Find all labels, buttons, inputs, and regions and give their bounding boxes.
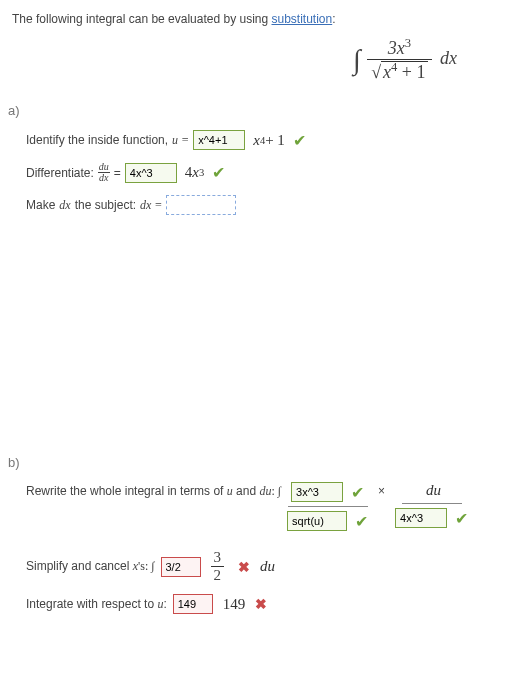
check-icon: ✔ [293, 131, 306, 150]
render-frac: 3 2 [211, 549, 225, 584]
line-integrate: Integrate with respect to u: 149 ✖ [26, 594, 517, 614]
substitution-link[interactable]: substitution [272, 12, 333, 26]
line-rewrite: Rewrite the whole integral in terms of u… [26, 482, 517, 531]
input-integrate[interactable] [173, 594, 213, 614]
render-u: x4 + 1 [253, 132, 285, 149]
integral-display: ∫ 3x3 √x4 + 1 dx [12, 36, 517, 83]
input-u[interactable] [193, 130, 245, 150]
u-equals: u = [172, 133, 189, 148]
integral-sign: ∫ [353, 44, 361, 76]
du-label: du [426, 482, 441, 499]
part-a-body: Identify the inside function, u = x4 + 1… [12, 130, 517, 215]
check-icon: ✔ [212, 163, 225, 182]
render-dudx: 4x3 [185, 164, 204, 181]
intro-text: The following integral can be evaluated … [12, 12, 517, 26]
dx-label: dx [440, 48, 457, 68]
and-text: and [233, 484, 260, 498]
input-dudx[interactable] [125, 163, 177, 183]
dx-var: dx [59, 198, 70, 213]
input-dx[interactable] [166, 195, 236, 215]
part-a-label: a) [8, 103, 517, 118]
eq-sign: = [114, 166, 121, 180]
dx-equals: dx = [140, 198, 162, 213]
line-differentiate: Differentiate: du dx = 4x3 ✔ [26, 162, 517, 183]
input-denominator[interactable] [287, 511, 347, 531]
make-suffix: the subject: [75, 198, 136, 212]
part-b-label: b) [8, 455, 517, 470]
render-integrate: 149 [223, 596, 246, 613]
check-icon: ✔ [455, 509, 468, 528]
input-numerator[interactable] [291, 482, 343, 502]
check-icon: ✔ [351, 483, 364, 502]
identify-text: Identify the inside function, [26, 133, 168, 147]
input-simplify[interactable] [161, 557, 201, 577]
line-simplify: Simplify and cancel x's: ∫ 3 2 ✖ du [26, 549, 517, 584]
integral-fraction: 3x3 √x4 + 1 [367, 36, 431, 83]
simplify-text: Simplify and cancel [26, 559, 133, 573]
part-b-body: Rewrite the whole integral in terms of u… [12, 482, 517, 614]
make-prefix: Make [26, 198, 55, 212]
rewrite-text: Rewrite the whole integral in terms of [26, 484, 227, 498]
intro-prefix: The following integral can be evaluated … [12, 12, 272, 26]
dudx-fraction: du dx [98, 162, 110, 183]
times-sign: × [378, 482, 385, 498]
line-make-dx: Make dx the subject: dx = [26, 195, 517, 215]
line-identify: Identify the inside function, u = x4 + 1… [26, 130, 517, 150]
cross-icon: ✖ [255, 596, 267, 612]
diff-text: Differentiate: [26, 166, 94, 180]
input-denom-right[interactable] [395, 508, 447, 528]
cross-icon: ✖ [238, 559, 250, 575]
du-var: du [259, 484, 271, 498]
intro-suffix: : [332, 12, 335, 26]
du-render: du [260, 558, 275, 575]
check-icon: ✔ [355, 512, 368, 531]
integrate-text: Integrate with respect to [26, 597, 157, 611]
